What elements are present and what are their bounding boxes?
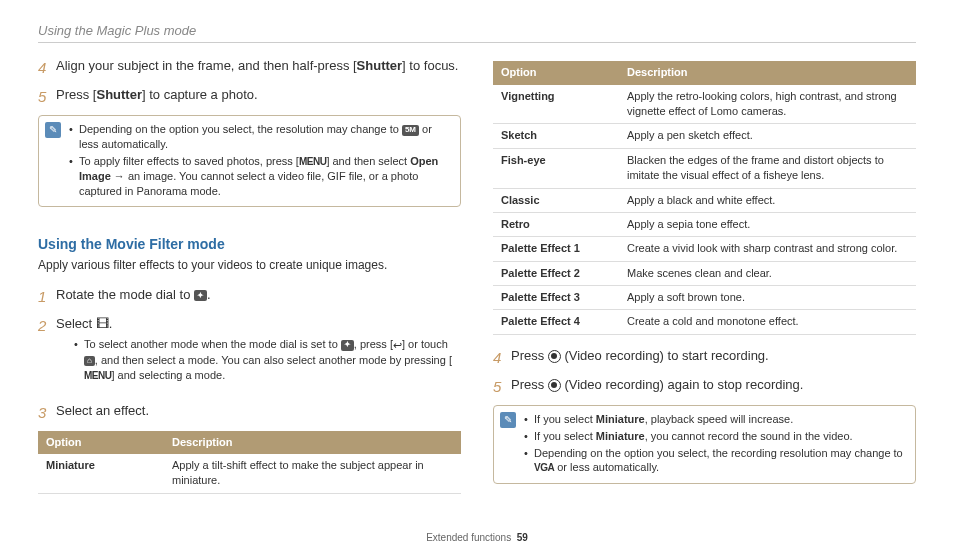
section-subtext: Apply various filter effects to your vid… [38, 257, 461, 274]
step-number: 4 [38, 57, 56, 78]
step-text: Select 🎞. To select another mode when th… [56, 315, 461, 394]
note-box: ✎ If you select Miniature, playback spee… [493, 405, 916, 484]
table-row: MiniatureApply a tilt-shift effect to ma… [38, 454, 461, 493]
right-column: OptionDescription VignettingApply the re… [493, 57, 916, 502]
right-step-4: 4 Press (Video recording) to start recor… [493, 347, 916, 368]
table-row: Palette Effect 1Create a vivid look with… [493, 237, 916, 261]
step-4: 4 Align your subject in the frame, and t… [38, 57, 461, 78]
step-number: 5 [493, 376, 511, 397]
step-text: Select an effect. [56, 402, 461, 423]
th-description: Description [164, 431, 461, 454]
menu-icon: MENU [84, 369, 111, 383]
th-option: Option [493, 61, 619, 84]
step-text: Press (Video recording) to start recordi… [511, 347, 916, 368]
step-text: Press (Video recording) again to stop re… [511, 376, 916, 397]
mode-dial-magic-icon: ✦ [194, 290, 207, 301]
step-number: 5 [38, 86, 56, 107]
step-number: 3 [38, 402, 56, 423]
resolution-vga-icon: VGA [534, 461, 554, 475]
footer-section: Extended functions [426, 532, 511, 543]
movie-step-1: 1 Rotate the mode dial to ✦. [38, 286, 461, 307]
step-text: Press [Shutter] to capture a photo. [56, 86, 461, 107]
note-icon: ✎ [500, 412, 516, 428]
section-heading: Using the Movie Filter mode [38, 235, 461, 255]
table-row: RetroApply a sepia tone effect. [493, 212, 916, 236]
note-item: Depending on the option you select, the … [524, 446, 907, 476]
page-header: Using the Magic Plus mode [38, 22, 916, 40]
table-row: ClassicApply a black and white effect. [493, 188, 916, 212]
record-icon [548, 350, 561, 363]
left-options-table: OptionDescription MiniatureApply a tilt-… [38, 431, 461, 494]
record-icon [548, 379, 561, 392]
table-row: Palette Effect 3Apply a soft brown tone. [493, 286, 916, 310]
header-divider [38, 42, 916, 43]
step-5: 5 Press [Shutter] to capture a photo. [38, 86, 461, 107]
note-box: ✎ Depending on the option you select, th… [38, 115, 461, 207]
step-text: Rotate the mode dial to ✦. [56, 286, 461, 307]
note-item: To apply filter effects to saved photos,… [69, 154, 452, 199]
step-number: 2 [38, 315, 56, 394]
sub-note-item: To select another mode when the mode dia… [74, 337, 461, 382]
right-step-5: 5 Press (Video recording) again to stop … [493, 376, 916, 397]
home-icon: ⌂ [84, 356, 95, 367]
table-row: VignettingApply the retro-looking colors… [493, 85, 916, 124]
page-number: 59 [517, 532, 528, 543]
menu-icon: MENU [299, 155, 326, 169]
step-text: Align your subject in the frame, and the… [56, 57, 461, 78]
note-item: If you select Miniature, playback speed … [524, 412, 907, 427]
th-description: Description [619, 61, 916, 84]
resolution-5m-icon: 5M [402, 125, 419, 136]
movie-step-2: 2 Select 🎞. To select another mode when … [38, 315, 461, 394]
movie-step-3: 3 Select an effect. [38, 402, 461, 423]
note-icon: ✎ [45, 122, 61, 138]
table-row: Palette Effect 2Make scenes clean and cl… [493, 261, 916, 285]
table-row: Fish-eyeBlacken the edges of the frame a… [493, 148, 916, 188]
step-number: 1 [38, 286, 56, 307]
note-item: If you select Miniature, you cannot reco… [524, 429, 907, 444]
note-item: Depending on the option you select, the … [69, 122, 452, 152]
step-number: 4 [493, 347, 511, 368]
movie-filter-icon: 🎞 [96, 315, 109, 333]
th-option: Option [38, 431, 164, 454]
mode-dial-magic-icon: ✦ [341, 340, 354, 351]
table-row: Palette Effect 4Create a cold and monoto… [493, 310, 916, 334]
left-column: 4 Align your subject in the frame, and t… [38, 57, 461, 502]
table-row: SketchApply a pen sketch effect. [493, 124, 916, 148]
back-icon: ↩ [393, 338, 402, 353]
page-footer: Extended functions 59 [0, 531, 954, 545]
right-options-table: OptionDescription VignettingApply the re… [493, 61, 916, 335]
